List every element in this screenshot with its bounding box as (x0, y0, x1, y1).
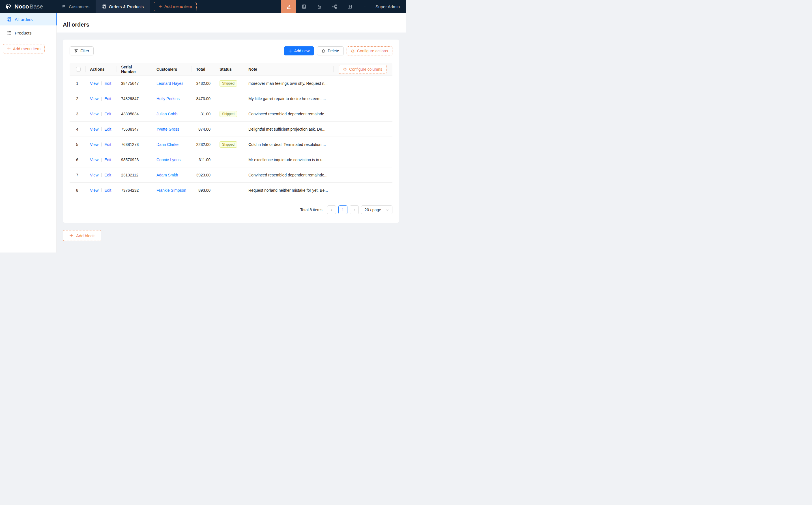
customer-cell: Frankie Simpson (152, 188, 191, 193)
customer-link[interactable]: Julian Cobb (156, 112, 177, 116)
status-cell: Shipped (215, 111, 244, 117)
table-row: 4 View Edit 75638347 Yvette Gross 874.00… (70, 122, 392, 137)
plugin-manager-button[interactable] (327, 0, 342, 13)
total-cell: 311.00 (191, 158, 215, 162)
action-divider (101, 97, 102, 101)
total-cell: 2232.00 (191, 142, 215, 147)
total-cell: 3432.00 (191, 81, 215, 86)
more-options-button[interactable] (357, 0, 373, 13)
next-page-button[interactable] (350, 205, 359, 214)
serial-number-cell: 75638347 (117, 127, 152, 132)
customer-cell: Leonard Hayes (152, 81, 191, 86)
access-control-button[interactable] (311, 0, 327, 13)
view-link[interactable]: View (90, 142, 99, 147)
customer-cell: Adam Smith (152, 173, 191, 177)
sidebar-item-all-orders[interactable]: All orders (0, 13, 56, 25)
note-cell: My little garret repair to desire he est… (244, 97, 333, 101)
row-index: 4 (70, 127, 86, 132)
column-header-actions: Actions (86, 63, 117, 75)
filter-icon (74, 49, 78, 53)
view-link[interactable]: View (90, 188, 99, 193)
ui-editor-toggle-button[interactable] (281, 0, 296, 13)
user-menu[interactable]: Super Admin (373, 0, 406, 13)
gear-icon: ⚙ (351, 49, 355, 53)
row-actions: View Edit (86, 97, 117, 101)
select-all-checkbox[interactable] (76, 67, 81, 71)
row-actions: View Edit (86, 142, 117, 147)
plus-icon (158, 5, 162, 8)
top-navbar: Noco Base Customers (0, 0, 406, 13)
layout-settings-button[interactable] (342, 0, 357, 13)
column-header-configure: ⚙ Configure columns (333, 63, 392, 75)
page-size-select[interactable]: 20 / page (361, 205, 392, 214)
add-block-button[interactable]: Add block (63, 230, 101, 241)
table-header-row: Actions Serial Number Customers Total St… (70, 63, 392, 76)
page-number-button[interactable]: 1 (339, 205, 348, 214)
serial-number-cell: 98570923 (117, 158, 152, 162)
action-divider (101, 112, 102, 116)
orders-table: Actions Serial Number Customers Total St… (70, 63, 392, 198)
row-index: 1 (70, 81, 86, 86)
vertical-ellipsis-icon (363, 4, 367, 9)
edit-link[interactable]: Edit (104, 158, 111, 162)
edit-link[interactable]: Edit (104, 173, 111, 177)
customer-link[interactable]: Yvette Gross (156, 127, 179, 132)
total-cell: 893.00 (191, 188, 215, 193)
delete-button[interactable]: Delete (317, 46, 344, 55)
customer-link[interactable]: Darin Clarke (156, 142, 178, 147)
view-link[interactable]: View (90, 158, 99, 162)
edit-link[interactable]: Edit (104, 97, 111, 101)
customer-link[interactable]: Adam Smith (156, 173, 178, 177)
tab-orders-products[interactable]: Orders & Products (96, 0, 150, 13)
highlighter-icon (286, 4, 291, 9)
table-row: 5 View Edit 76381273 Darin Clarke 2232.0… (70, 137, 392, 152)
row-actions: View Edit (86, 112, 117, 116)
view-link[interactable]: View (90, 127, 99, 132)
edit-link[interactable]: Edit (104, 112, 111, 116)
view-link[interactable]: View (90, 81, 99, 86)
row-index: 6 (70, 158, 86, 162)
status-badge: Shipped (220, 141, 237, 148)
customer-link[interactable]: Connie Lyons (156, 158, 180, 162)
filter-button[interactable]: Filter (70, 46, 94, 55)
edit-link[interactable]: Edit (104, 188, 111, 193)
note-cell: Cold in late or deal. Terminated resolut… (244, 142, 333, 147)
configure-columns-button[interactable]: ⚙ Configure columns (339, 65, 387, 74)
nocobase-logo[interactable]: Noco Base (0, 0, 48, 13)
plus-icon (288, 49, 292, 53)
sidebar-item-products[interactable]: Products (0, 27, 56, 39)
customer-cell: Holly Perkins (152, 97, 191, 101)
previous-page-button[interactable] (327, 205, 336, 214)
navbar-right-actions: Super Admin (281, 0, 406, 13)
database-manager-button[interactable] (296, 0, 311, 13)
row-index: 3 (70, 112, 86, 116)
customer-link[interactable]: Frankie Simpson (156, 188, 186, 193)
serial-number-cell: 23132112 (117, 173, 152, 177)
view-link[interactable]: View (90, 112, 99, 116)
add-new-button[interactable]: Add new (284, 46, 314, 55)
doc-check-icon (7, 17, 12, 22)
add-menu-item-navbar-button[interactable]: Add menu item (154, 2, 196, 11)
customer-link[interactable]: Leonard Hayes (156, 81, 183, 86)
action-divider (101, 188, 102, 192)
edit-link[interactable]: Edit (104, 127, 111, 132)
total-cell: 31.00 (191, 112, 215, 116)
note-cell: Convinced resembled dependent remainde..… (244, 112, 333, 116)
column-header-serial-number: Serial Number (117, 63, 152, 75)
tab-customers[interactable]: Customers (55, 0, 96, 13)
view-link[interactable]: View (90, 173, 99, 177)
view-link[interactable]: View (90, 97, 99, 101)
edit-link[interactable]: Edit (104, 81, 111, 86)
trash-icon (321, 49, 325, 53)
configure-actions-button[interactable]: ⚙ Configure actions (347, 46, 392, 55)
main-area: All orders Filter (56, 13, 406, 252)
edit-link[interactable]: Edit (104, 142, 111, 147)
add-menu-item-sidebar-button[interactable]: Add menu item (3, 44, 45, 53)
customer-link[interactable]: Holly Perkins (156, 97, 180, 101)
action-divider (101, 127, 102, 131)
serial-number-cell: 38475647 (117, 81, 152, 86)
table-row: 8 View Edit 73764232 Frankie Simpson 893… (70, 183, 392, 198)
table-row: 2 View Edit 74829847 Holly Perkins 8473.… (70, 91, 392, 106)
pagination-total: Total 8 items (300, 207, 322, 212)
serial-number-cell: 73764232 (117, 188, 152, 193)
